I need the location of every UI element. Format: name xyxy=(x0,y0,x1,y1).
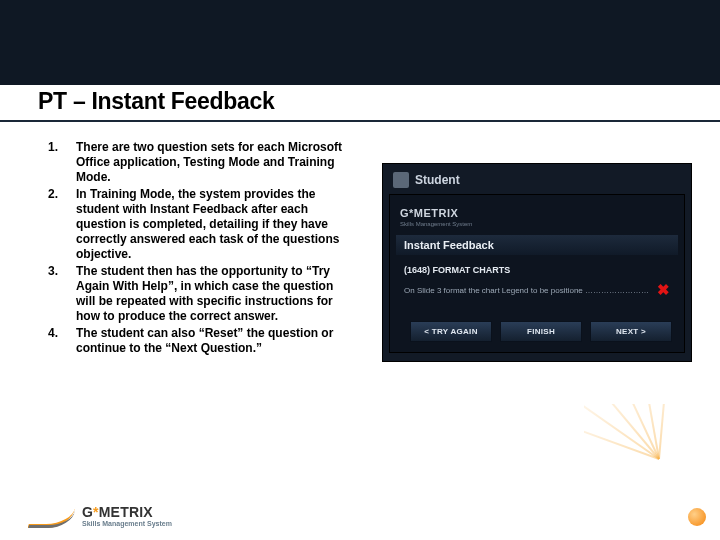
footer-brand-sub: Skills Management System xyxy=(82,520,172,527)
corner-dot-icon xyxy=(688,508,706,526)
footer-brand: G*METRIX xyxy=(82,504,172,520)
incorrect-icon: ✖ xyxy=(657,281,670,299)
list-text: The student can also “Reset” the questio… xyxy=(76,326,348,356)
list-item: 3. The student then has the opportunity … xyxy=(48,264,348,324)
next-button[interactable]: NEXT > xyxy=(590,321,672,342)
list-number: 1. xyxy=(48,140,76,185)
try-again-button[interactable]: < TRY AGAIN xyxy=(410,321,492,342)
student-label: Student xyxy=(415,173,460,187)
ray-burst-icon xyxy=(584,404,714,534)
corner-decoration xyxy=(584,404,714,534)
screenshot-header: Student xyxy=(383,170,691,194)
page-title: PT – Instant Feedback xyxy=(38,88,275,115)
question-title: (1648) FORMAT CHARTS xyxy=(396,255,678,279)
screenshot-panel: G*METRIX Skills Management System Instan… xyxy=(389,194,685,353)
list-number: 3. xyxy=(48,264,76,324)
feedback-bar: Instant Feedback xyxy=(396,235,678,255)
screenshot-brand: G*METRIX xyxy=(400,207,458,219)
logo-swoosh-icon xyxy=(30,502,74,528)
screenshot-logo: G*METRIX Skills Management System xyxy=(396,201,678,235)
footer-logo: G*METRIX Skills Management System xyxy=(30,502,172,528)
finish-button[interactable]: FINISH xyxy=(500,321,582,342)
footer-text: G*METRIX Skills Management System xyxy=(82,504,172,527)
button-row: < TRY AGAIN FINISH NEXT > xyxy=(396,315,678,342)
list-number: 4. xyxy=(48,326,76,356)
footer-brand-a: G xyxy=(82,504,93,520)
title-underline xyxy=(0,120,720,122)
footer-brand-b: METRIX xyxy=(99,504,153,520)
list-text: The student then has the opportunity to … xyxy=(76,264,348,324)
screenshot-brand-sub: Skills Management System xyxy=(400,221,472,227)
list-text: There are two question sets for each Mic… xyxy=(76,140,348,185)
numbered-list: 1. There are two question sets for each … xyxy=(48,140,348,358)
list-number: 2. xyxy=(48,187,76,262)
question-text: On Slide 3 format the chart Legend to be… xyxy=(404,286,649,295)
header-dark-band xyxy=(0,0,720,85)
list-item: 2. In Training Mode, the system provides… xyxy=(48,187,348,262)
list-item: 1. There are two question sets for each … xyxy=(48,140,348,185)
list-text: In Training Mode, the system provides th… xyxy=(76,187,348,262)
question-row: On Slide 3 format the chart Legend to be… xyxy=(396,279,678,315)
avatar-icon xyxy=(393,172,409,188)
list-item: 4. The student can also “Reset” the ques… xyxy=(48,326,348,356)
app-screenshot: Student G*METRIX Skills Management Syste… xyxy=(382,163,692,362)
